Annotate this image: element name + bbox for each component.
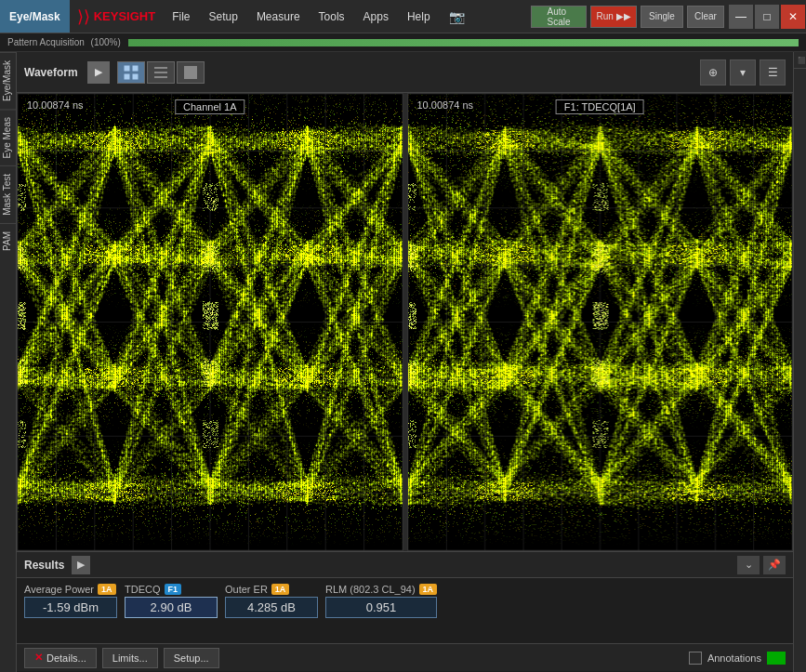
right-time-label: 10.00874 ns bbox=[417, 99, 474, 111]
metric-rlm-value: 0.951 bbox=[325, 597, 437, 618]
svg-rect-3 bbox=[132, 73, 139, 80]
results-nav-down[interactable]: ⌄ bbox=[737, 556, 760, 574]
crosshair-button[interactable]: ⊕ bbox=[700, 59, 726, 86]
metric-outer-er-label: Outer ER bbox=[225, 584, 268, 595]
svg-rect-7 bbox=[184, 66, 197, 79]
toolbar-right: ⊕ ▾ ☰ bbox=[700, 59, 786, 86]
results-title: Results bbox=[24, 559, 64, 572]
run-button[interactable]: Run ▶▶ bbox=[590, 6, 637, 28]
view-grid-button[interactable] bbox=[117, 61, 145, 84]
results-panel: Results ▶ ⌄ 📌 Average Power 1A -1.59 dBm bbox=[17, 551, 793, 672]
menu-setup[interactable]: Setup bbox=[200, 7, 247, 27]
window-controls: — □ ✕ bbox=[728, 1, 806, 33]
details-button[interactable]: ✕ Details... bbox=[24, 648, 97, 668]
logo-text: KEYSIGHT bbox=[94, 9, 155, 23]
left-eye-diagram-canvas bbox=[18, 94, 403, 550]
svg-rect-6 bbox=[154, 76, 167, 78]
auto-scale-button[interactable]: AutoScale bbox=[531, 6, 587, 28]
metric-outer-er: Outer ER 1A 4.285 dB bbox=[225, 584, 318, 618]
limits-label: Limits... bbox=[112, 652, 148, 664]
metric-avg-power-header: Average Power 1A bbox=[24, 584, 117, 595]
metric-avg-power-label: Average Power bbox=[24, 584, 94, 595]
settings-button[interactable]: ☰ bbox=[760, 59, 786, 86]
maximize-button[interactable]: □ bbox=[755, 5, 779, 29]
sidebar-tab-eye-mask[interactable]: Eye/Mask bbox=[0, 52, 17, 109]
svg-rect-5 bbox=[154, 72, 167, 73]
metrics-row: Average Power 1A -1.59 dBm TDECQ F1 2.90… bbox=[17, 578, 793, 643]
left-sidebar: Eye/Mask Eye Meas Mask Test PAM bbox=[0, 52, 17, 672]
eye-mask-label: Eye/Mask bbox=[9, 10, 60, 23]
menu-measure[interactable]: Measure bbox=[247, 7, 310, 27]
menu-camera-icon[interactable]: 📷 bbox=[440, 6, 474, 28]
acq-label: Pattern Acquisition (100%) bbox=[7, 37, 121, 47]
acq-progress-fill bbox=[128, 39, 799, 46]
metric-outer-er-badge: 1A bbox=[271, 584, 290, 595]
results-play-button[interactable]: ▶ bbox=[72, 556, 90, 574]
setup-button[interactable]: Setup... bbox=[164, 648, 219, 668]
annotations-label: Annotations bbox=[707, 652, 761, 664]
menu-help[interactable]: Help bbox=[398, 7, 440, 27]
metric-avg-power-badge: 1A bbox=[98, 584, 116, 595]
minimize-button[interactable]: — bbox=[729, 5, 753, 29]
metric-tdecq-badge: F1 bbox=[165, 584, 182, 595]
eye-mask-button[interactable]: Eye/Mask bbox=[0, 0, 70, 33]
annotations-checkbox[interactable] bbox=[689, 652, 702, 665]
single-button[interactable]: Single bbox=[641, 6, 683, 28]
view-single-button[interactable] bbox=[177, 61, 205, 84]
left-time-label: 10.00874 ns bbox=[27, 99, 84, 111]
sidebar-tab-pam[interactable]: PAM bbox=[0, 223, 17, 258]
main-container: Eye/Mask Eye Meas Mask Test PAM Waveform… bbox=[0, 52, 806, 672]
sidebar-tab-mask-test[interactable]: Mask Test bbox=[0, 165, 17, 223]
single-view-icon bbox=[182, 64, 199, 81]
right-sidebar: ⬛ bbox=[793, 52, 806, 672]
view-list-button[interactable] bbox=[147, 61, 175, 84]
setup-label: Setup... bbox=[174, 652, 209, 664]
close-button[interactable]: ✕ bbox=[781, 5, 805, 29]
sidebar-tab-eye-meas[interactable]: Eye Meas bbox=[0, 109, 17, 165]
grid-icon bbox=[123, 64, 139, 81]
acquisition-bar: Pattern Acquisition (100%) bbox=[0, 33, 806, 52]
limits-button[interactable]: Limits... bbox=[102, 648, 158, 668]
left-channel-label: Channel 1A bbox=[175, 99, 245, 114]
dropdown-button[interactable]: ▾ bbox=[730, 59, 756, 86]
metric-tdecq-label: TDECQ bbox=[125, 584, 161, 595]
menu-apps[interactable]: Apps bbox=[354, 7, 398, 27]
play-button[interactable]: ▶ bbox=[87, 61, 110, 84]
metric-outer-er-header: Outer ER 1A bbox=[225, 584, 318, 595]
metric-avg-power-value: -1.59 dBm bbox=[24, 597, 117, 618]
acq-progress-bar bbox=[128, 39, 799, 46]
menu-file[interactable]: File bbox=[163, 7, 199, 27]
metric-rlm: RLM (802.3 CL_94) 1A 0.951 bbox=[325, 584, 437, 618]
results-pin-button[interactable]: 📌 bbox=[763, 556, 786, 574]
right-tab-1[interactable]: ⬛ bbox=[794, 52, 806, 69]
keysight-logo: ⟩⟩ KEYSIGHT bbox=[70, 7, 163, 27]
x-icon: ✕ bbox=[34, 652, 43, 664]
waveform-label: Waveform bbox=[24, 66, 78, 79]
toolbar: Waveform ▶ bbox=[17, 52, 793, 93]
right-eye-diagram-canvas bbox=[408, 94, 793, 550]
metric-tdecq: TDECQ F1 2.90 dB bbox=[125, 584, 218, 618]
action-bar: ✕ Details... Limits... Setup... Annotati… bbox=[17, 643, 793, 671]
title-bar: Eye/Mask ⟩⟩ KEYSIGHT File Setup Measure … bbox=[0, 0, 806, 33]
svg-rect-1 bbox=[132, 65, 139, 72]
left-waveform-panel[interactable]: 10.00874 ns Channel 1A bbox=[17, 93, 403, 551]
metric-rlm-header: RLM (802.3 CL_94) 1A bbox=[325, 584, 437, 595]
metric-tdecq-value: 2.90 dB bbox=[125, 597, 218, 618]
metric-average-power: Average Power 1A -1.59 dBm bbox=[24, 584, 117, 618]
results-header: Results ▶ ⌄ 📌 bbox=[17, 552, 793, 578]
svg-rect-4 bbox=[154, 67, 167, 69]
details-label: Details... bbox=[46, 652, 86, 664]
metric-rlm-badge: 1A bbox=[419, 584, 438, 595]
logo-chevrons-icon: ⟩⟩ bbox=[77, 7, 90, 27]
green-status-indicator bbox=[767, 652, 786, 665]
list-icon bbox=[152, 64, 169, 81]
right-waveform-panel[interactable]: 10.00874 ns F1: TDECQ[1A] bbox=[407, 93, 794, 551]
menu-bar: File Setup Measure Tools Apps Help 📷 bbox=[163, 6, 531, 28]
clear-button[interactable]: Clear bbox=[687, 6, 724, 28]
waveform-area: 10.00874 ns Channel 1A 10.00874 ns F1: T… bbox=[17, 93, 793, 551]
metric-tdecq-header: TDECQ F1 bbox=[125, 584, 218, 595]
metric-outer-er-value: 4.285 dB bbox=[225, 597, 318, 618]
metric-rlm-label: RLM (802.3 CL_94) bbox=[325, 584, 416, 595]
svg-rect-0 bbox=[124, 65, 130, 72]
menu-tools[interactable]: Tools bbox=[310, 7, 354, 27]
